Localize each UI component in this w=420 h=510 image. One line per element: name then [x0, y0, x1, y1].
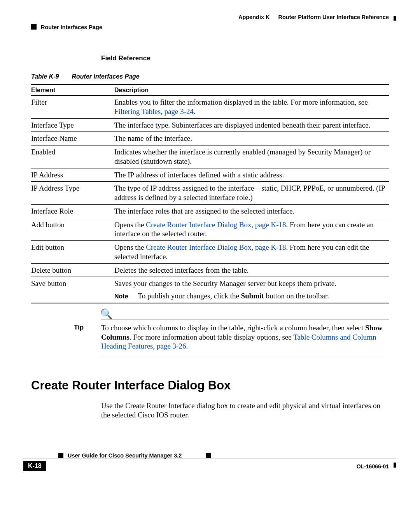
- header-chapter-title: Router Platform User Interface Reference: [278, 14, 389, 20]
- cell-description: The IP address of interfaces defined wit…: [114, 168, 389, 182]
- cell-description: Opens the Create Router Interface Dialog…: [114, 218, 389, 241]
- reference-table: Element Description Filter Enables you t…: [31, 84, 389, 303]
- col-header-element: Element: [31, 84, 114, 96]
- page-number: K-18: [23, 461, 46, 471]
- col-header-description: Description: [114, 84, 389, 96]
- document-id: OL-16066-01: [357, 463, 389, 470]
- table-number: Table K-9: [31, 73, 70, 80]
- cell-description: Enables you to filter the information di…: [114, 96, 389, 119]
- page: Appendix K Router Platform User Interfac…: [0, 0, 420, 510]
- section-heading: Create Router Interface Dialog Box: [31, 379, 389, 393]
- cell-element: Delete button: [31, 263, 114, 277]
- cell-description: The type of IP address assigned to the i…: [114, 182, 389, 205]
- footer-bullet-icon: [58, 453, 63, 458]
- tip-label: Tip: [74, 323, 101, 351]
- bold-word: Submit: [241, 292, 264, 300]
- cell-element: Add button: [31, 218, 114, 241]
- cell-description: The interface type. Subinterfaces are di…: [114, 118, 389, 132]
- field-reference-heading: Field Reference: [101, 54, 389, 62]
- cell-element: Interface Role: [31, 204, 114, 218]
- divider: [101, 355, 389, 355]
- table-row: Delete button Deletes the selected inter…: [31, 263, 389, 277]
- divider: [23, 459, 396, 459]
- header-crop-mark-icon: [394, 16, 396, 21]
- note-label: Note: [114, 293, 136, 300]
- note-line: Note To publish your changes, click the …: [114, 291, 387, 301]
- header-bullet-icon: [31, 24, 37, 30]
- content-area: Field Reference Table K-9 Router Interfa…: [31, 54, 389, 420]
- cell-element: Edit button: [31, 241, 114, 264]
- cell-element: Interface Type: [31, 118, 114, 132]
- cell-description: Opens the Create Router Interface Dialog…: [114, 241, 389, 264]
- xref-link[interactable]: Create Router Interface Dialog Box, page…: [146, 243, 286, 251]
- cell-description: Saves your changes to the Security Manag…: [114, 277, 389, 303]
- cell-element: Filter: [31, 96, 114, 119]
- table-row: Interface Type The interface type. Subin…: [31, 118, 389, 132]
- footer-bullet-icon: [206, 453, 211, 458]
- table-row: Add button Opens the Create Router Inter…: [31, 218, 389, 241]
- table-row: Enabled Indicates whether the interface …: [31, 145, 389, 168]
- table-caption: Table K-9 Router Interfaces Page: [31, 73, 389, 80]
- cell-element: Save button: [31, 277, 114, 303]
- table-row: Filter Enables you to filter the informa…: [31, 96, 389, 119]
- tip-icon: 🔎: [100, 308, 113, 320]
- table-row: IP Address Type The type of IP address a…: [31, 182, 389, 205]
- cell-description: The interface roles that are assigned to…: [114, 204, 389, 218]
- cell-description: Indicates whether the interface is curre…: [114, 145, 389, 168]
- header-right: Appendix K Router Platform User Interfac…: [238, 14, 389, 20]
- tip-text: To choose which columns to display in th…: [101, 323, 389, 351]
- footer-crop-mark-icon: [394, 463, 396, 468]
- table-row: Edit button Opens the Create Router Inte…: [31, 241, 389, 264]
- footer-guide-title: User Guide for Cisco Security Manager 3.…: [68, 452, 182, 459]
- cell-description: The name of the interface.: [114, 132, 389, 145]
- page-footer: User Guide for Cisco Security Manager 3.…: [23, 452, 396, 459]
- header-section-name: Router Interfaces Page: [41, 24, 102, 30]
- table-row: Save button Saves your changes to the Se…: [31, 277, 389, 303]
- table-row: IP Address The IP address of interfaces …: [31, 168, 389, 182]
- table-row: Interface Name The name of the interface…: [31, 132, 389, 145]
- table-row: Interface Role The interface roles that …: [31, 204, 389, 218]
- tip-block: 🔎 Tip To choose which columns to display…: [74, 319, 389, 355]
- divider: [101, 319, 389, 319]
- cell-description: Deletes the selected interfaces from the…: [114, 263, 389, 277]
- body-paragraph: Use the Create Router Interface dialog b…: [101, 401, 389, 420]
- cell-element: Enabled: [31, 145, 114, 168]
- xref-link[interactable]: Filtering Tables, page 3-24: [114, 107, 194, 116]
- table-title: Router Interfaces Page: [72, 73, 139, 80]
- cell-element: Interface Name: [31, 132, 114, 145]
- cell-element: IP Address Type: [31, 182, 114, 205]
- cell-element: IP Address: [31, 168, 114, 182]
- header-appendix: Appendix K: [238, 14, 270, 20]
- xref-link[interactable]: Create Router Interface Dialog Box, page…: [146, 221, 286, 229]
